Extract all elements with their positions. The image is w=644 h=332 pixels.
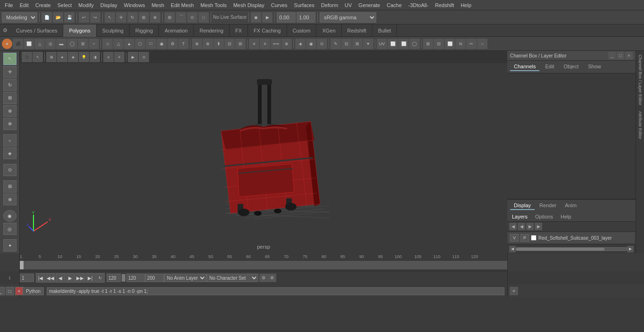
- cut-btn[interactable]: ✂: [466, 39, 477, 49]
- flip-btn[interactable]: ↔: [477, 39, 487, 49]
- layer-scroll-h-right[interactable]: ▶: [627, 246, 634, 252]
- tool-rotate[interactable]: ↻: [3, 79, 17, 91]
- menu-surfaces[interactable]: Surfaces: [291, 1, 317, 9]
- cb-collapse-btn[interactable]: _: [608, 52, 616, 59]
- prism-btn[interactable]: △: [113, 39, 124, 49]
- tool-paint-sel[interactable]: ◈: [3, 147, 17, 160]
- helix-btn[interactable]: ~: [89, 39, 99, 49]
- menu-uv[interactable]: UV: [342, 1, 355, 9]
- cleanup-btn[interactable]: ✦: [363, 39, 373, 49]
- menu-curves[interactable]: Curves: [268, 1, 290, 9]
- layer-v-btn[interactable]: V: [510, 234, 519, 242]
- layer-scroll-left[interactable]: ◀: [509, 223, 517, 230]
- menu-mesh[interactable]: Mesh: [149, 1, 167, 9]
- sphere-btn[interactable]: ●: [2, 39, 12, 49]
- menu-cache[interactable]: Cache: [384, 1, 405, 9]
- colorspace-dropdown[interactable]: sRGB gamma: [320, 12, 376, 23]
- cb-tab-object[interactable]: Object: [560, 63, 582, 71]
- disc-btn[interactable]: ◯: [67, 39, 77, 49]
- cube-btn[interactable]: ⬛: [13, 39, 23, 49]
- menu-mesh-display[interactable]: Mesh Display: [231, 1, 267, 9]
- tab-fx-caching[interactable]: FX Caching: [248, 24, 287, 37]
- open-scene-btn[interactable]: 📂: [53, 12, 63, 23]
- menu-help[interactable]: Help: [458, 1, 474, 9]
- tool-show-manip[interactable]: ⊙: [3, 164, 17, 176]
- cylindrical-proj-btn[interactable]: ⬜: [398, 39, 409, 49]
- tool-universal[interactable]: ⊕: [3, 105, 17, 117]
- vp-textured-btn[interactable]: ◈: [68, 52, 78, 62]
- menu-modify[interactable]: Modify: [75, 1, 96, 9]
- layer-tab-help[interactable]: Help: [558, 213, 574, 220]
- text-btn[interactable]: T: [178, 39, 189, 49]
- snap-grid-btn[interactable]: ⊞: [165, 12, 175, 23]
- vp-shadows-btn[interactable]: ◑: [90, 52, 100, 62]
- viewport[interactable]: 🎥 ↖ ⊞ ● ◈ 💡 ◑ # ≡ ▶ ⊙: [20, 51, 507, 253]
- character-set-dropdown[interactable]: No Character Set: [206, 274, 258, 282]
- range-end-input[interactable]: [145, 274, 164, 282]
- vp-wireframe-btn[interactable]: ⊞: [46, 52, 57, 62]
- mode-dropdown[interactable]: Modeling: [2, 12, 37, 23]
- cylinder-btn[interactable]: ⬜: [24, 39, 34, 49]
- render-settings-btn[interactable]: ◉: [251, 12, 261, 23]
- layer-scroll-right[interactable]: ▶: [526, 223, 534, 230]
- vp-camera-btn[interactable]: 🎥: [22, 52, 32, 62]
- snap-surface-btn[interactable]: □: [198, 12, 209, 23]
- menu-create[interactable]: Create: [33, 1, 54, 9]
- tab-polygons[interactable]: Polygons: [63, 24, 96, 37]
- unfold-btn[interactable]: ⊟: [434, 39, 444, 49]
- insert-loop-btn[interactable]: ≡: [249, 39, 259, 49]
- soccer-btn[interactable]: ⬡: [135, 39, 145, 49]
- transport-go-start[interactable]: |◀: [36, 273, 45, 283]
- slide-edge-btn[interactable]: ⟺: [271, 39, 281, 49]
- tool-soft[interactable]: ⊗: [3, 118, 17, 130]
- undo-btn[interactable]: ↩: [79, 12, 89, 23]
- timeline-track[interactable]: [20, 261, 507, 269]
- tab-sculpting[interactable]: Sculpting: [97, 24, 130, 37]
- cone-btn[interactable]: △: [34, 39, 45, 49]
- cb-tab-edit[interactable]: Edit: [541, 63, 558, 71]
- cb-tab-channels[interactable]: Channels: [510, 63, 539, 71]
- vp-shaded-btn[interactable]: ●: [57, 52, 67, 62]
- sculpt-mesh-btn[interactable]: ✎: [330, 39, 341, 49]
- checker-btn[interactable]: ⊞: [423, 39, 433, 49]
- tool-render[interactable]: ◉: [3, 210, 17, 222]
- normalize-btn[interactable]: N: [455, 39, 466, 49]
- transport-loop[interactable]: ↻: [95, 273, 105, 283]
- tool-artisan[interactable]: ✦: [3, 239, 17, 251]
- range-start-input[interactable]: [126, 274, 145, 282]
- pref-btn[interactable]: ⚙: [268, 274, 276, 282]
- cb-close-btn[interactable]: ×: [625, 52, 633, 59]
- script-editor-btn[interactable]: ≡: [510, 287, 518, 295]
- window-max-btn[interactable]: □: [6, 287, 14, 295]
- spherical-btn[interactable]: ◉: [157, 39, 167, 49]
- layer-color-swatch[interactable]: [531, 235, 537, 241]
- transport-play-back[interactable]: ◀: [56, 273, 65, 283]
- scale-tool[interactable]: ⊞: [139, 12, 149, 23]
- transport-step-fwd[interactable]: ▶▶: [75, 273, 85, 283]
- cb-expand-btn[interactable]: □: [617, 52, 624, 59]
- tab-render[interactable]: Render: [536, 202, 560, 210]
- tab-custom[interactable]: Custom: [287, 24, 317, 37]
- tab-xgen[interactable]: XGen: [316, 24, 341, 37]
- tool-snap[interactable]: ⊞: [3, 180, 17, 193]
- tab-anim[interactable]: Anim: [561, 202, 580, 210]
- menu-edit[interactable]: Edit: [17, 1, 32, 9]
- transport-step-back[interactable]: ◀◀: [46, 273, 55, 283]
- menu-3dtall[interactable]: -3DtoAll-: [405, 1, 431, 9]
- tool-move[interactable]: ✛: [3, 66, 17, 78]
- snap-point-btn[interactable]: ⊙: [187, 12, 198, 23]
- menu-redshift[interactable]: Redshift: [432, 1, 457, 9]
- layer-scrollbar-thumb[interactable]: [516, 248, 604, 251]
- render-btn[interactable]: ▶: [262, 12, 272, 23]
- menu-display[interactable]: Display: [98, 1, 120, 9]
- snap-curve-btn[interactable]: ⌒: [176, 12, 186, 23]
- vp-select-btn[interactable]: ↖: [33, 52, 43, 62]
- layer-tab-layers[interactable]: Layers: [509, 213, 530, 220]
- pipe-btn[interactable]: ⊞: [78, 39, 88, 49]
- tab-animation[interactable]: Animation: [159, 24, 194, 37]
- tool-scale[interactable]: ⊞: [3, 92, 17, 104]
- menu-file[interactable]: File: [2, 1, 16, 9]
- layer-scroll-right2[interactable]: ▶: [535, 223, 542, 230]
- frame-start-input[interactable]: [20, 274, 34, 282]
- conform-btn[interactable]: ⊙: [317, 39, 327, 49]
